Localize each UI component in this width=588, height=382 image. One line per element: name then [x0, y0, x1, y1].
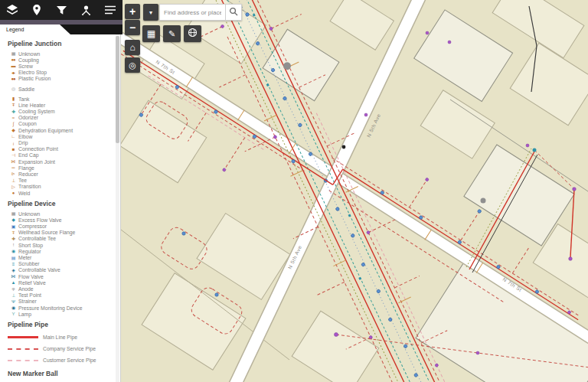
legend-symbol-icon: ●●	[8, 57, 18, 62]
legend-symbol-icon: ✚	[8, 237, 18, 241]
trace-button[interactable]	[74, 0, 98, 20]
filter-button[interactable]	[49, 0, 74, 20]
legend-list-button[interactable]	[98, 0, 122, 20]
legend-item: ▷Transition	[8, 184, 120, 190]
legend-symbol-icon: ≈	[8, 116, 18, 120]
map-canvas[interactable]: .main{stroke:#d03328;stroke-width:1.4;fi…	[121, 0, 588, 382]
legend-item-label: Coupling	[18, 57, 39, 63]
gis-web-app: .main{stroke:#d03328;stroke-width:1.4;fi…	[0, 0, 588, 382]
pipe-line-swatch	[8, 348, 38, 350]
locate-button[interactable]: ◎	[125, 57, 140, 73]
legend-item: ◉Regulator	[8, 248, 120, 254]
legend-item: ΨStrainer	[8, 299, 120, 305]
layers-button[interactable]	[0, 0, 24, 20]
pipe-line-swatch	[8, 360, 38, 361]
legend-item-label: Main Line Pipe	[43, 335, 77, 340]
legend-item: φAnode	[8, 286, 120, 292]
legend-item-label: Controllable Valve	[18, 267, 60, 273]
legend-item-label: Flange	[18, 165, 34, 171]
search-bar	[159, 4, 242, 21]
search-button[interactable]	[225, 4, 242, 21]
legend-item-label: Customer Service Pipe	[43, 358, 96, 363]
legend-item-label: Regulator	[18, 249, 41, 254]
legend-item: ŦWellhead Source Flange	[8, 230, 120, 236]
legend-symbol-icon: ⋈	[8, 274, 18, 279]
legend-item-label: Connection Point	[18, 146, 58, 152]
legend-item: ▮Tank	[8, 96, 120, 102]
globe-icon	[188, 27, 198, 41]
legend-item: ⊥Test Point	[8, 292, 120, 299]
legend-item: ⊳Reducer	[8, 171, 120, 177]
legend-item: ŦLine Heater	[8, 102, 120, 108]
search-icon	[229, 5, 238, 19]
legend-symbol-icon: ≡	[8, 262, 18, 266]
legend-item-label: Coupon	[18, 121, 37, 126]
legend-symbol-icon: ▲	[8, 280, 18, 285]
legend-item-label: Short Stop	[18, 243, 43, 248]
legend-section-pipe: Pipeline PipeMain Line PipeCompany Servi…	[8, 321, 120, 366]
legend-symbol-icon: ✚	[8, 109, 18, 114]
legend-symbol-icon: ▦	[8, 51, 18, 56]
legend-sections: Pipeline Junction▦Unknown●●Coupling▬Scre…	[0, 34, 120, 382]
panel-scrollbar-track	[116, 34, 119, 382]
map-graphics: .main{stroke:#d03328;stroke-width:1.4;fi…	[121, 0, 588, 382]
grid-icon: ▦	[147, 28, 155, 39]
legend-item-label: Excess Flow Valve	[18, 217, 62, 223]
legend-item-label: Weld	[18, 191, 30, 196]
legend-section-device: Pipeline Device▦Unknown◆Excess Flow Valv…	[8, 200, 120, 317]
legend-symbol-icon: ▤	[8, 256, 18, 260]
legend-item-label: Anode	[18, 286, 34, 292]
plus-icon: +	[129, 5, 136, 18]
utility-tool-button[interactable]	[184, 25, 201, 42]
legend-item-label: Lamp	[18, 312, 31, 317]
legend-item-label: Reducer	[18, 171, 38, 177]
legend-item: ●Weld	[8, 190, 120, 196]
legend-item-label: Unknown	[18, 51, 40, 57]
legend-item-label: Tee	[18, 178, 27, 183]
legend-symbol-icon: ∫	[8, 122, 18, 126]
pipe-line-swatch	[8, 336, 38, 338]
legend-item-label: Dehydration Equipment	[18, 128, 73, 133]
zoom-in-button[interactable]: +	[125, 4, 140, 19]
legend-item-label: Line Heater	[18, 103, 45, 108]
legend-section-marker: New Marker Ball●	[8, 370, 120, 382]
legend-item-label: Elbow	[18, 134, 33, 139]
legend-item-label: Screw	[18, 64, 33, 69]
legend-item: ▤Meter	[8, 254, 120, 260]
search-input[interactable]	[159, 4, 225, 21]
locate-icon: ◎	[129, 60, 136, 70]
zoom-out-button[interactable]: −	[125, 20, 140, 35]
legend-symbol-icon: ▷	[8, 184, 18, 189]
legend-symbol-icon: Ŧ	[8, 103, 18, 107]
edit-button[interactable]	[24, 0, 49, 20]
legend-item: ▦Unknown	[8, 51, 120, 57]
legend-symbol-icon: ⊳	[8, 171, 18, 176]
legend-item-label: Drip	[18, 140, 28, 145]
legend-symbol-icon: ⊥	[8, 178, 18, 183]
legend-panel: Pipeline Junction▦Unknown●●Coupling▬Scre…	[0, 34, 121, 382]
basemap-gallery-button[interactable]: ▦	[142, 25, 160, 42]
legend-item: ⋈Expansion Joint	[8, 158, 120, 165]
legend-symbol-icon: ◂▸	[8, 70, 18, 75]
legend-item: ⋈Flow Valve	[8, 273, 120, 279]
legend-item: ■Connection Point	[8, 146, 120, 152]
list-icon	[104, 5, 116, 15]
legend-item: ▦Unknown	[8, 211, 120, 217]
home-button[interactable]: ⌂	[125, 40, 140, 55]
legend-tab[interactable]: Legend	[0, 24, 70, 34]
panel-scrollbar-thumb[interactable]	[116, 36, 119, 143]
legend-symbol-icon: ⋈	[8, 159, 18, 164]
draw-button[interactable]: ✎	[163, 25, 181, 42]
legend-symbol-icon: ═	[8, 165, 18, 170]
legend-symbol-icon: ◎	[8, 87, 18, 91]
legend-item: ◂▸Electro Stop	[8, 70, 120, 76]
legend-item: ●●Plastic Fusion	[8, 76, 120, 82]
home-icon: ⌂	[129, 42, 135, 53]
legend-item: YLamp	[8, 311, 120, 317]
legend-item: ◆Excess Flow Valve	[8, 217, 120, 223]
legend-item-label: Pressure Monitoring Device	[18, 305, 82, 311]
legend-symbol-icon: ▣	[8, 224, 18, 229]
search-source-dropdown[interactable]: ▾	[143, 4, 158, 21]
legend-item-label: Electro Stop	[18, 70, 47, 75]
legend-symbol-icon: Y	[8, 312, 18, 316]
